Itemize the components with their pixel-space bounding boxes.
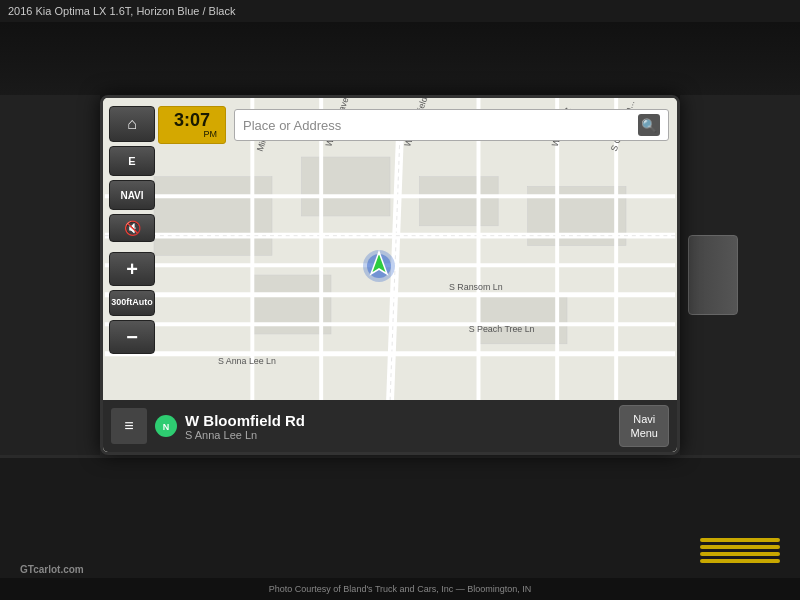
street-bar: ≡ N W Bloomfield Rd S Anna Lee Ln NaviMe… xyxy=(103,400,677,452)
left-controls: ⌂ E NAVI 🔇 + 300ft Auto − xyxy=(109,106,155,354)
nav-header: 3:07 PM Place or Address 🔍 xyxy=(158,106,669,144)
title-bar: 2016 Kia Optima LX 1.6T, Horizon Blue / … xyxy=(0,0,800,22)
street-name: W Bloomfield Rd xyxy=(185,412,619,429)
vent-line-4 xyxy=(700,559,780,563)
svg-text:S Ransom Ln: S Ransom Ln xyxy=(449,282,503,292)
svg-text:N: N xyxy=(163,422,170,432)
nav-screen-bezel: Millieu Dr W Arch Haven Ave W Allen St S… xyxy=(100,95,680,455)
vent-decoration xyxy=(700,530,780,570)
zoom-in-button[interactable]: + xyxy=(109,252,155,286)
page-title: 2016 Kia Optima LX 1.6T, Horizon Blue / … xyxy=(8,5,235,17)
home-icon: ⌂ xyxy=(127,115,137,133)
vent-line-2 xyxy=(700,545,780,549)
navi-button[interactable]: NAVI xyxy=(109,180,155,210)
svg-text:S Peach Tree Ln: S Peach Tree Ln xyxy=(469,324,535,334)
time-value: 3:07 xyxy=(174,111,210,129)
dashboard-bottom xyxy=(0,458,800,578)
mute-button[interactable]: 🔇 xyxy=(109,214,155,242)
home-button[interactable]: ⌂ xyxy=(109,106,155,142)
street-type-icon: N xyxy=(155,415,177,437)
compass-icon: E xyxy=(128,155,135,167)
right-side-button[interactable] xyxy=(688,235,738,315)
search-placeholder: Place or Address xyxy=(243,118,638,133)
svg-text:S Anna Lee Ln: S Anna Lee Ln xyxy=(218,356,276,366)
navi-menu-label: NaviMenu xyxy=(630,413,658,439)
menu-lines-icon: ≡ xyxy=(124,417,133,435)
navi-menu-button[interactable]: NaviMenu xyxy=(619,405,669,448)
nav-screen: Millieu Dr W Arch Haven Ave W Allen St S… xyxy=(103,98,677,452)
photo-credit-text: Photo Courtesy of Bland's Truck and Cars… xyxy=(269,584,531,594)
time-ampm: PM xyxy=(167,129,217,139)
scale-top: 300ft xyxy=(111,298,132,308)
dashboard-left xyxy=(0,95,100,455)
time-display: 3:07 PM xyxy=(158,106,226,144)
vent-line-3 xyxy=(700,552,780,556)
svg-rect-3 xyxy=(420,177,499,226)
vent-line-1 xyxy=(700,538,780,542)
photo-credit-bar: Photo Courtesy of Bland's Truck and Cars… xyxy=(0,578,800,600)
location-marker xyxy=(359,246,399,290)
zoom-out-icon: − xyxy=(126,326,138,349)
scale-bottom: Auto xyxy=(132,298,153,308)
street-info: W Bloomfield Rd S Anna Lee Ln xyxy=(185,412,619,441)
zoom-in-icon: + xyxy=(126,258,138,281)
svg-rect-6 xyxy=(479,295,568,344)
right-panel xyxy=(680,95,800,455)
search-bar[interactable]: Place or Address 🔍 xyxy=(234,109,669,141)
svg-rect-2 xyxy=(302,157,391,216)
street-menu-button[interactable]: ≡ xyxy=(111,408,147,444)
compass-button[interactable]: E xyxy=(109,146,155,176)
navi-label: NAVI xyxy=(120,190,143,201)
street-sub: S Anna Lee Ln xyxy=(185,429,619,441)
mute-icon: 🔇 xyxy=(124,220,141,236)
zoom-out-button[interactable]: − xyxy=(109,320,155,354)
watermark: GTcarlot.com xyxy=(20,564,84,575)
scale-indicator: 300ft Auto xyxy=(109,290,155,316)
dashboard-top xyxy=(0,22,800,102)
search-icon[interactable]: 🔍 xyxy=(638,114,660,136)
